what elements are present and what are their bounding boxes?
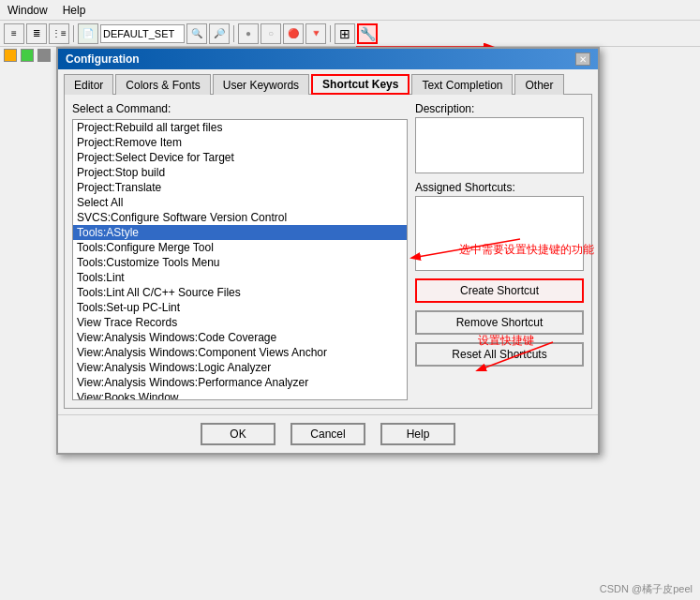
command-item-10[interactable]: Tools:Lint xyxy=(73,270,407,285)
tab-editor[interactable]: Editor xyxy=(64,74,113,95)
menu-bar: Window Help xyxy=(0,0,700,21)
command-item-8[interactable]: Tools:Configure Merge Tool xyxy=(73,240,407,255)
right-panel: Description: Assigned Shortcuts: Create … xyxy=(415,102,584,400)
circle-btn3[interactable]: 🔴 xyxy=(283,23,304,44)
command-item-13[interactable]: View Trace Records xyxy=(73,315,407,330)
command-item-7[interactable]: Tools:AStyle xyxy=(73,225,407,240)
circle-btn1[interactable]: ● xyxy=(238,23,259,44)
command-list[interactable]: Project:Rebuild all target filesProject:… xyxy=(72,119,408,400)
command-item-6[interactable]: SVCS:Configure Software Version Control xyxy=(73,210,407,225)
indent2-btn[interactable]: ≣ xyxy=(26,23,47,44)
indent-btn[interactable]: ≡ xyxy=(4,23,24,44)
command-item-3[interactable]: Project:Stop build xyxy=(73,165,407,180)
ok-button[interactable]: OK xyxy=(201,423,276,445)
search2-btn[interactable]: 🔎 xyxy=(209,23,230,44)
menu-help[interactable]: Help xyxy=(59,3,90,18)
reset-shortcuts-button[interactable]: Reset All Shortcuts xyxy=(415,342,584,367)
left-panel: Select a Command: Project:Rebuild all ta… xyxy=(72,102,408,400)
command-list-label: Select a Command: xyxy=(72,102,408,115)
help-button[interactable]: Help xyxy=(380,423,455,445)
dialog-title: Configuration xyxy=(66,52,140,66)
tab-other[interactable]: Other xyxy=(514,74,563,95)
configuration-dialog: Configuration ✕ Editor Colors & Fonts Us… xyxy=(56,47,600,455)
tab-bar: Editor Colors & Fonts User Keywords Shor… xyxy=(58,69,598,94)
command-item-18[interactable]: View:Books Window xyxy=(73,390,407,400)
command-item-16[interactable]: View:Analysis Windows:Logic Analyzer xyxy=(73,360,407,375)
description-section: Description: xyxy=(415,102,584,173)
create-shortcut-button[interactable]: Create Shortcut xyxy=(415,278,584,303)
config-btn highlighted-btn[interactable]: 🔧 xyxy=(357,23,378,44)
sep3 xyxy=(330,25,331,42)
shortcuts-section: Assigned Shortcuts: xyxy=(415,181,584,271)
file-btn[interactable]: 📄 xyxy=(78,23,98,44)
toolbar: ≡ ≣ ⋮≡ 📄 🔍 🔎 ● ○ 🔴 🔻 ⊞ 🔧 xyxy=(0,21,700,47)
cancel-button[interactable]: Cancel xyxy=(290,423,365,445)
color-icon-gray[interactable] xyxy=(37,49,51,62)
shortcut-box xyxy=(415,196,584,271)
indent3-btn[interactable]: ⋮≡ xyxy=(49,23,69,44)
command-item-15[interactable]: View:Analysis Windows:Component Views An… xyxy=(73,345,407,360)
description-box xyxy=(415,117,584,173)
dropdown-btn[interactable]: 🔻 xyxy=(305,23,326,44)
dialog-close-button[interactable]: ✕ xyxy=(575,52,590,66)
command-item-2[interactable]: Project:Select Device for Target xyxy=(73,150,407,165)
command-item-0[interactable]: Project:Rebuild all target files xyxy=(73,120,407,135)
tab-content: Select a Command: Project:Rebuild all ta… xyxy=(64,94,592,409)
tab-shortcut-keys[interactable]: Shortcut Keys xyxy=(311,74,410,95)
search-btn[interactable]: 🔍 xyxy=(186,23,207,44)
color-icon-green[interactable] xyxy=(21,49,34,62)
grid-btn[interactable]: ⊞ xyxy=(335,23,355,44)
watermark: CSDN @橘子皮peel xyxy=(600,582,693,596)
tab-colors-fonts[interactable]: Colors & Fonts xyxy=(115,74,210,95)
tab-text-completion[interactable]: Text Completion xyxy=(411,74,513,95)
command-item-11[interactable]: Tools:Lint All C/C++ Source Files xyxy=(73,285,407,300)
menu-window[interactable]: Window xyxy=(4,3,52,18)
color-icon-orange[interactable] xyxy=(4,49,17,62)
color-icons xyxy=(4,49,51,62)
tab-user-keywords[interactable]: User Keywords xyxy=(213,74,309,95)
default-set-combo[interactable] xyxy=(100,24,185,43)
command-item-5[interactable]: Select All xyxy=(73,195,407,210)
sep2 xyxy=(233,25,234,42)
sep1 xyxy=(73,25,74,42)
circle-btn2[interactable]: ○ xyxy=(261,23,281,44)
dialog-titlebar: Configuration ✕ xyxy=(58,49,598,69)
command-item-12[interactable]: Tools:Set-up PC-Lint xyxy=(73,300,407,315)
command-item-4[interactable]: Project:Translate xyxy=(73,180,407,195)
command-item-9[interactable]: Tools:Customize Tools Menu xyxy=(73,255,407,270)
remove-shortcut-button[interactable]: Remove Shortcut xyxy=(415,310,584,335)
description-label: Description: xyxy=(415,102,584,115)
command-item-17[interactable]: View:Analysis Windows:Performance Analyz… xyxy=(73,375,407,390)
shortcuts-label: Assigned Shortcuts: xyxy=(415,181,584,194)
dialog-footer: OK Cancel Help xyxy=(58,414,598,453)
command-item-1[interactable]: Project:Remove Item xyxy=(73,135,407,150)
command-item-14[interactable]: View:Analysis Windows:Code Coverage xyxy=(73,330,407,345)
